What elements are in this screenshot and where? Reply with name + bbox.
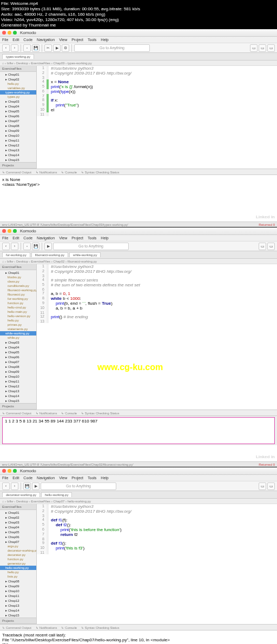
panel-tab[interactable]: ↳ Syntax Checking Status [81,170,119,174]
run-button[interactable]: ▶ [53,44,61,52]
sidebar-item[interactable]: ▸ Chap04 [0,525,36,529]
sidebar-item[interactable]: ▸ Chap13 [0,603,36,608]
code-editor[interactable]: 1#!/usr/bin/env python32# Copyright 2009… [37,66,277,169]
sidebar-item[interactable]: ▸ Chap06 [0,113,36,118]
maximize-icon[interactable] [13,469,17,473]
sidebar-item[interactable]: decorator-working.py [0,548,36,553]
close-icon[interactable] [2,469,6,473]
projects-header[interactable]: Projects [0,403,36,410]
sidebar-item[interactable]: ▸ Chap10 [0,133,36,138]
sidebar-item[interactable]: function.py [0,557,36,561]
forward-button[interactable]: › [11,44,18,52]
panel-tab[interactable]: ↳ Notifications [36,170,57,174]
minimize-icon[interactable] [8,469,11,473]
sidebar-item[interactable]: ▸ Chap12 [0,143,36,147]
sidebar-item[interactable]: ▸ Chap15 [0,613,36,618]
sidebar-item[interactable]: ▸ Chap08 [0,364,36,369]
menu-item[interactable]: File [2,236,8,240]
panel-button[interactable]: ▭ [259,44,266,52]
editor-tab[interactable]: decorator-working.py [2,492,40,497]
sidebar-item[interactable]: ▸ Chap11 [0,593,36,598]
close-icon[interactable] [2,229,6,233]
menu-item[interactable]: Project [71,236,83,240]
sidebar-item[interactable]: ▸ Chap06 [0,354,36,359]
panel-button[interactable]: ▭ [267,482,275,490]
sidebar-item[interactable]: fibonacci.py [0,292,36,297]
sidebar-item[interactable]: while.py [0,336,36,340]
breadcrumb[interactable]: ⌂ › billw › Desktop › ExerciseFiles › Ch… [0,259,277,264]
sidebar-item[interactable]: hello.py [0,318,36,323]
panel-tab[interactable]: ↳ Console [61,626,77,629]
sidebar-item[interactable]: ▸ Chap15 [0,398,36,403]
sidebar-item[interactable]: ▸ Chap13 [0,388,36,393]
titlebar[interactable]: Komodo [0,29,277,37]
search-input[interactable]: Go to Anything [74,44,150,52]
sidebar-item[interactable]: ▸ Chap03 [0,340,36,345]
sidebar-item[interactable]: ▸ Chap01 [0,510,36,515]
panel-tab[interactable]: ↳ Command Output [2,411,31,415]
editor-tab[interactable]: while-working.py [69,252,101,257]
sidebar-item[interactable]: types.py [0,95,36,99]
panel-tab[interactable]: ↳ Console [61,170,77,174]
sidebar-item[interactable]: ▸ Chap09 [0,369,36,374]
panel-tab[interactable]: ↳ Command Output [2,170,31,174]
menu-item[interactable]: Edit [12,38,19,42]
sidebar-item[interactable]: args.py [0,544,36,548]
menu-item[interactable]: Navigation [37,236,55,240]
minimize-icon[interactable] [8,31,11,35]
breadcrumb[interactable]: ⌂ › billw › Desktop › ExerciseFiles › Ch… [0,499,277,504]
sidebar-item[interactable]: ▸ Chap04 [0,104,36,109]
menu-item[interactable]: Code [23,476,32,480]
sidebar-item[interactable]: fibonacci-working.py [0,288,36,292]
sidebar-item[interactable]: ▸ Chap09 [0,128,36,133]
new-file-button[interactable]: ▫ [23,44,31,52]
sidebar-item[interactable]: hello-main.py [0,310,36,314]
menu-item[interactable]: View [59,38,67,42]
sidebar-item[interactable]: ▸ Chap06 [0,534,36,539]
minimize-icon[interactable] [8,229,11,233]
sidebar-item[interactable]: ▸ Chap08 [0,123,36,128]
panel-button[interactable]: ▭ [259,243,266,250]
maximize-icon[interactable] [13,31,17,35]
sidebar-item[interactable]: ▸ Chap10 [0,588,36,593]
close-icon[interactable] [2,31,6,35]
panel-tab[interactable]: ↳ Command Output [2,626,31,629]
sidebar-item[interactable]: ▸ Chap12 [0,598,36,603]
back-button[interactable]: ‹ [2,44,10,52]
sidebar-item[interactable]: ▸ Chap15 [0,157,36,162]
sidebar-item[interactable]: decorator.py [0,553,36,557]
save-button[interactable]: 💾 [32,243,39,250]
panel-button[interactable]: ▭ [250,44,258,52]
sidebar-item[interactable]: lists.py [0,574,36,579]
menu-item[interactable]: Edit [12,236,19,240]
sidebar-item[interactable]: ▸ Chap11 [0,379,36,384]
sidebar-item[interactable]: ▸ Chap13 [0,147,36,152]
menu-item[interactable]: File [2,476,8,480]
sidebar-item[interactable]: statements.py [0,327,36,331]
sidebar-item[interactable]: ▸ Chap09 [0,583,36,588]
sidebar-item[interactable]: ▸ Chap11 [0,138,36,143]
sidebar-item[interactable]: ▸ Chap05 [0,109,36,113]
sidebar-item[interactable]: ▸ Chap04 [0,345,36,350]
sidebar-item[interactable]: for-working.py [0,297,36,301]
tool-button[interactable]: ⚙ [62,44,69,52]
menu-item[interactable]: Navigation [37,476,55,480]
sidebar-item[interactable]: ▸ Chap01 [0,270,36,275]
panel-tab[interactable]: ↳ Syntax Checking Status [81,626,119,629]
search-input[interactable]: Go to Anything [41,482,116,490]
sidebar-item[interactable]: ▸ Chap07 [0,118,36,123]
menu-item[interactable]: Code [23,38,32,42]
sidebar-item[interactable]: ▸ Chap14 [0,393,36,398]
editor-tab[interactable]: fibonacci-working.py [31,252,68,257]
search-input[interactable]: Go to Anything [53,243,129,250]
menu-item[interactable]: Help [101,38,108,42]
sidebar-item[interactable]: ▸ Chap03 [0,99,36,104]
projects-header[interactable]: Projects [0,618,36,624]
save-button[interactable]: 💾 [23,482,31,490]
back-button[interactable]: ‹ [2,243,10,250]
sidebar-item[interactable]: generator.py [0,561,36,566]
sidebar-item[interactable]: ▸ Chap08 [0,579,36,583]
sidebar-item[interactable]: ▸ Chap01 [0,72,36,77]
sidebar-item[interactable]: ▸ Chap07 [0,359,36,364]
sidebar-item[interactable]: while-working.py [0,331,36,336]
